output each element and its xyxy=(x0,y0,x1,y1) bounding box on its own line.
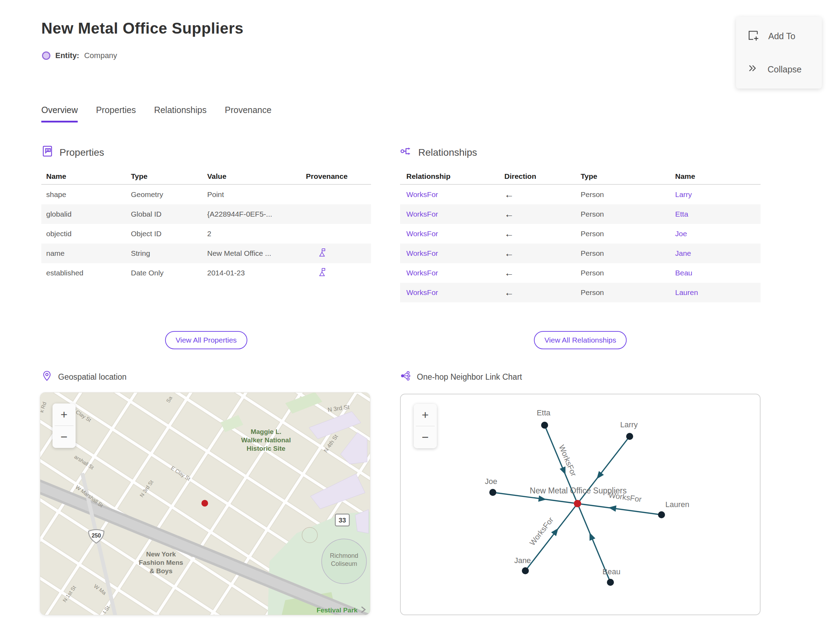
table-row: globalid Global ID {A228944F-0EF5-... xyxy=(41,204,371,224)
relationship-link[interactable]: WorksFor xyxy=(406,191,504,199)
entity-link[interactable]: Joe xyxy=(675,230,760,238)
tab-relationships[interactable]: Relationships xyxy=(154,105,207,122)
col-provenance: Provenance xyxy=(306,172,371,181)
table-row: WorksFor ← Person Larry xyxy=(400,185,760,204)
direction-arrow: ← xyxy=(504,189,581,200)
svg-text:Historic Site: Historic Site xyxy=(247,445,286,452)
add-to-button[interactable]: Add To xyxy=(736,29,822,43)
svg-text:Fashion Mens: Fashion Mens xyxy=(139,559,183,566)
edge-label-worksfor: WorksFor xyxy=(608,491,642,504)
relationships-table-header: Relationship Direction Type Name xyxy=(400,168,760,185)
node-larry xyxy=(626,433,633,440)
table-row: shape Geometry Point xyxy=(41,185,371,204)
node-label-etta: Etta xyxy=(536,409,550,417)
svg-text:Walker National: Walker National xyxy=(241,436,291,444)
node-jane xyxy=(522,567,529,574)
geospatial-heading-label: Geospatial location xyxy=(58,372,127,382)
entity-link[interactable]: Beau xyxy=(675,269,760,277)
one-hop-link-chart[interactable]: Etta Larry Joe Lauren Jane Beau New Meta… xyxy=(400,394,760,615)
map-zoom-in-button[interactable]: + xyxy=(52,404,76,426)
direction-arrow: ← xyxy=(504,268,581,278)
node-label-jane: Jane xyxy=(514,556,531,565)
node-center-entity[interactable] xyxy=(574,500,581,507)
view-all-relationships-button[interactable]: View All Relationships xyxy=(534,331,627,349)
col-name: Name xyxy=(46,172,131,181)
entity-location-marker[interactable] xyxy=(202,500,208,507)
route-shield-33: 33 xyxy=(335,514,349,526)
provenance-flag-icon[interactable] xyxy=(306,267,371,278)
relationships-section-heading: Relationships xyxy=(400,145,477,160)
svg-text:250: 250 xyxy=(92,532,101,539)
view-all-properties-button[interactable]: View All Properties xyxy=(165,331,247,349)
edge-label-worksfor: WorksFor xyxy=(557,443,578,477)
entity-type-icon xyxy=(42,51,50,60)
tab-overview[interactable]: Overview xyxy=(41,105,78,122)
linkchart-section-heading: One-hop Neighbor Link Chart xyxy=(400,370,522,383)
col-type: Type xyxy=(581,172,675,181)
relationship-link[interactable]: WorksFor xyxy=(406,210,504,218)
col-name: Name xyxy=(675,172,760,181)
table-row: WorksFor ← Person Etta xyxy=(400,204,760,224)
add-to-icon xyxy=(747,29,759,43)
properties-table: Name Type Value Provenance shape Geometr… xyxy=(41,168,371,283)
relationship-link[interactable]: WorksFor xyxy=(406,288,504,297)
tab-properties[interactable]: Properties xyxy=(96,105,136,122)
col-relationship: Relationship xyxy=(406,172,504,181)
svg-text:New York: New York xyxy=(146,550,176,558)
relationships-table: Relationship Direction Type Name WorksFo… xyxy=(400,168,760,302)
tab-provenance[interactable]: Provenance xyxy=(225,105,271,122)
link-chart-canvas: Etta Larry Joe Lauren Jane Beau New Meta… xyxy=(401,394,760,615)
relationships-heading-label: Relationships xyxy=(418,147,477,158)
svg-text:Coliseum: Coliseum xyxy=(331,560,357,567)
entity-overview-page: New Metal Office Suppliers Entity: Compa… xyxy=(0,0,840,639)
map-pin-icon xyxy=(41,370,52,383)
node-etta xyxy=(541,422,548,429)
properties-icon xyxy=(41,145,54,160)
add-to-label: Add To xyxy=(768,31,795,41)
chart-zoom-out-button[interactable]: − xyxy=(414,426,437,448)
poi-label-festival-park: Festival Park xyxy=(317,606,358,614)
map-canvas: W Clay St arshall St W Marshall St E Cla… xyxy=(40,393,370,615)
node-label-larry: Larry xyxy=(620,420,638,429)
chart-zoom-in-button[interactable]: + xyxy=(414,404,437,426)
map-zoom-control: + − xyxy=(52,404,76,448)
relationship-link[interactable]: WorksFor xyxy=(406,249,504,258)
table-row: WorksFor ← Person Joe xyxy=(400,224,760,243)
node-label-beau: Beau xyxy=(602,567,620,576)
edge-label-worksfor: WorksFor xyxy=(528,515,555,547)
link-chart-icon xyxy=(400,370,411,383)
collapse-icon xyxy=(747,63,759,76)
link-chart-node-labels: Etta Larry Joe Lauren Jane Beau New Meta… xyxy=(485,409,689,576)
collapse-button[interactable]: Collapse xyxy=(736,63,822,76)
table-row: name String New Metal Office ... xyxy=(41,243,371,263)
table-row: WorksFor ← Person Beau xyxy=(400,263,760,283)
chart-zoom-control: + − xyxy=(414,404,437,448)
entity-link[interactable]: Lauren xyxy=(675,288,760,297)
direction-arrow: ← xyxy=(504,209,581,220)
relationship-link[interactable]: WorksFor xyxy=(406,269,504,277)
properties-table-body: shape Geometry Point globalid Global ID … xyxy=(41,185,371,283)
col-value: Value xyxy=(207,172,306,181)
entity-link[interactable]: Jane xyxy=(675,249,760,258)
provenance-flag-icon[interactable] xyxy=(306,248,371,259)
direction-arrow: ← xyxy=(504,229,581,239)
node-beau xyxy=(607,579,614,586)
svg-text:& Boys: & Boys xyxy=(150,567,172,575)
entity-link[interactable]: Etta xyxy=(675,210,760,218)
relationships-table-body: WorksFor ← Person Larry WorksFor ← Perso… xyxy=(400,185,760,302)
map-zoom-out-button[interactable]: − xyxy=(52,426,76,448)
properties-heading-label: Properties xyxy=(59,147,104,158)
geospatial-map[interactable]: W Clay St arshall St W Marshall St E Cla… xyxy=(40,393,370,615)
linkchart-heading-label: One-hop Neighbor Link Chart xyxy=(417,372,522,382)
entity-label: Entity: xyxy=(55,51,79,60)
relationship-link[interactable]: WorksFor xyxy=(406,230,504,238)
svg-text:Maggie L.: Maggie L. xyxy=(251,428,282,436)
entity-link[interactable]: Larry xyxy=(675,191,760,199)
direction-arrow: ← xyxy=(504,248,581,259)
table-row: WorksFor ← Person Lauren xyxy=(400,283,760,302)
table-row: established Date Only 2014-01-23 xyxy=(41,263,371,283)
svg-text:33: 33 xyxy=(339,517,346,524)
svg-text:Richmond: Richmond xyxy=(330,552,358,559)
page-title: New Metal Office Suppliers xyxy=(41,20,243,37)
link-chart-edge-labels: WorksFor WorksFor WorksFor xyxy=(528,443,642,547)
